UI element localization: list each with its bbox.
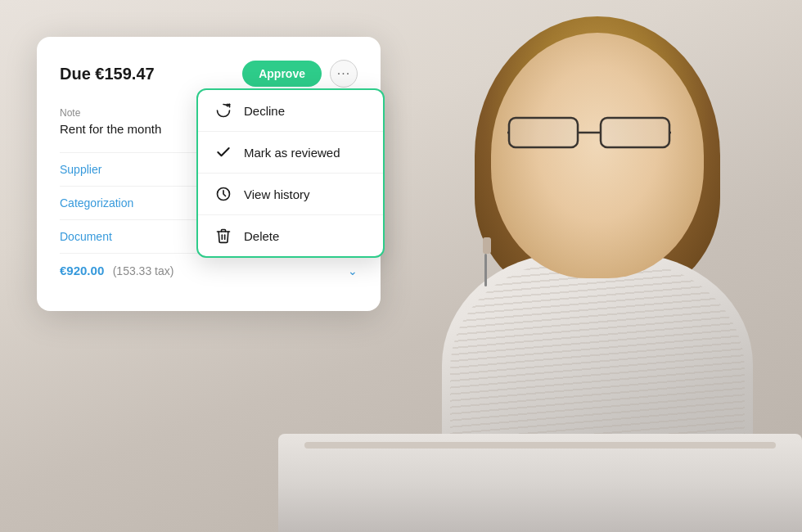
menu-item-mark-reviewed[interactable]: Mark as reviewed: [198, 132, 383, 174]
svg-rect-1: [601, 118, 669, 147]
categorization-link[interactable]: Categorization: [60, 196, 133, 210]
menu-item-delete[interactable]: Delete: [198, 215, 383, 256]
mark-reviewed-label: Mark as reviewed: [244, 146, 340, 160]
person-head: [491, 33, 704, 278]
delete-label: Delete: [244, 229, 279, 243]
document-link[interactable]: Document: [60, 230, 112, 243]
decline-icon: [214, 101, 232, 119]
menu-item-view-history[interactable]: View history: [198, 174, 383, 215]
history-icon: [214, 185, 232, 203]
menu-item-decline[interactable]: Decline: [198, 90, 383, 132]
delete-icon: [214, 227, 232, 245]
amount-display: €920.00 (153.33 tax): [60, 264, 173, 278]
more-button[interactable]: ···: [330, 60, 358, 88]
view-history-label: View history: [244, 187, 310, 201]
dropdown-menu: Decline Mark as reviewed View history: [196, 88, 385, 258]
card-header: Due €159.47 Approve ···: [60, 60, 358, 88]
supplier-link[interactable]: Supplier: [60, 163, 101, 176]
amount-chevron-icon: ⌄: [348, 264, 358, 277]
svg-rect-0: [509, 118, 578, 147]
due-amount: Due €159.47: [60, 65, 155, 83]
amount-value[interactable]: €920.00: [60, 264, 104, 277]
laptop: [278, 434, 802, 532]
decline-label: Decline: [244, 104, 285, 118]
check-icon: [214, 143, 232, 161]
approve-button[interactable]: Approve: [242, 61, 322, 87]
amount-tax: (153.33 tax): [113, 264, 174, 277]
amount-row: €920.00 (153.33 tax) ⌄: [60, 253, 358, 288]
header-actions: Approve ···: [242, 60, 358, 88]
